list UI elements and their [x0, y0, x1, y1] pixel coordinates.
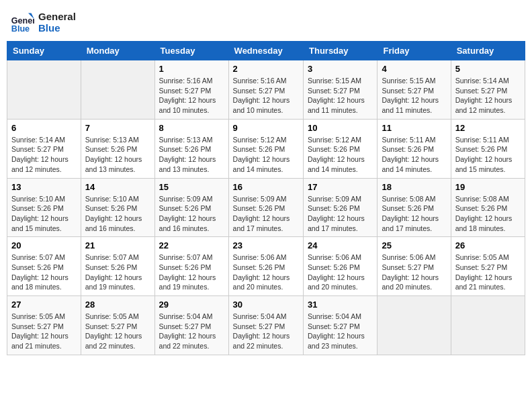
calendar-cell: 27Sunrise: 5:05 AM Sunset: 5:27 PM Dayli… — [7, 296, 81, 355]
calendar-cell: 31Sunrise: 5:04 AM Sunset: 5:27 PM Dayli… — [304, 296, 378, 355]
day-info: Sunrise: 5:05 AM Sunset: 5:27 PM Dayligh… — [11, 312, 77, 351]
calendar-body: 1Sunrise: 5:16 AM Sunset: 5:27 PM Daylig… — [7, 60, 525, 355]
day-info: Sunrise: 5:06 AM Sunset: 5:26 PM Dayligh… — [308, 253, 373, 292]
calendar-cell: 14Sunrise: 5:10 AM Sunset: 5:26 PM Dayli… — [81, 178, 154, 237]
calendar-cell: 24Sunrise: 5:06 AM Sunset: 5:26 PM Dayli… — [304, 237, 378, 296]
day-number: 13 — [11, 182, 77, 192]
calendar-cell: 19Sunrise: 5:08 AM Sunset: 5:26 PM Dayli… — [451, 178, 525, 237]
logo-line2: Blue — [38, 22, 76, 34]
day-number: 29 — [159, 300, 224, 310]
calendar-cell: 3Sunrise: 5:15 AM Sunset: 5:27 PM Daylig… — [304, 60, 378, 120]
day-number: 7 — [85, 123, 150, 133]
day-info: Sunrise: 5:11 AM Sunset: 5:26 PM Dayligh… — [382, 135, 446, 175]
day-info: Sunrise: 5:07 AM Sunset: 5:26 PM Dayligh… — [11, 253, 77, 292]
calendar-cell: 6Sunrise: 5:14 AM Sunset: 5:27 PM Daylig… — [7, 119, 81, 178]
day-number: 14 — [85, 182, 150, 192]
calendar-cell: 25Sunrise: 5:06 AM Sunset: 5:27 PM Dayli… — [378, 237, 451, 296]
day-number: 1 — [159, 64, 224, 74]
calendar-week-row: 13Sunrise: 5:10 AM Sunset: 5:26 PM Dayli… — [7, 178, 525, 237]
day-info: Sunrise: 5:09 AM Sunset: 5:26 PM Dayligh… — [233, 194, 299, 234]
day-number: 17 — [308, 182, 373, 192]
weekday-header-cell: Monday — [81, 42, 154, 60]
calendar-cell: 5Sunrise: 5:14 AM Sunset: 5:27 PM Daylig… — [451, 60, 525, 120]
calendar-cell: 10Sunrise: 5:12 AM Sunset: 5:26 PM Dayli… — [304, 119, 378, 178]
calendar-cell: 2Sunrise: 5:16 AM Sunset: 5:27 PM Daylig… — [228, 60, 303, 120]
day-info: Sunrise: 5:15 AM Sunset: 5:27 PM Dayligh… — [308, 76, 373, 116]
day-number: 4 — [382, 64, 446, 74]
day-info: Sunrise: 5:09 AM Sunset: 5:26 PM Dayligh… — [308, 194, 373, 234]
day-number: 10 — [308, 123, 373, 133]
day-number: 30 — [233, 300, 299, 310]
logo-line1: General — [38, 11, 76, 22]
calendar-cell: 23Sunrise: 5:06 AM Sunset: 5:26 PM Dayli… — [228, 237, 303, 296]
weekday-header-cell: Tuesday — [154, 42, 228, 60]
calendar-cell: 16Sunrise: 5:09 AM Sunset: 5:26 PM Dayli… — [228, 178, 303, 237]
calendar-cell — [7, 60, 81, 120]
calendar-table: SundayMondayTuesdayWednesdayThursdayFrid… — [7, 41, 525, 355]
calendar-cell: 11Sunrise: 5:11 AM Sunset: 5:26 PM Dayli… — [378, 119, 451, 178]
calendar-cell — [81, 60, 154, 120]
day-number: 27 — [11, 300, 77, 310]
day-info: Sunrise: 5:04 AM Sunset: 5:27 PM Dayligh… — [233, 312, 299, 351]
day-info: Sunrise: 5:07 AM Sunset: 5:26 PM Dayligh… — [85, 253, 150, 292]
weekday-header-cell: Sunday — [7, 42, 81, 60]
day-number: 15 — [159, 182, 224, 192]
day-number: 20 — [11, 240, 77, 250]
calendar-cell: 4Sunrise: 5:15 AM Sunset: 5:27 PM Daylig… — [378, 60, 451, 120]
calendar-cell: 12Sunrise: 5:11 AM Sunset: 5:26 PM Dayli… — [451, 119, 525, 178]
day-number: 31 — [308, 300, 373, 310]
day-number: 11 — [382, 123, 446, 133]
day-info: Sunrise: 5:13 AM Sunset: 5:26 PM Dayligh… — [85, 135, 150, 175]
day-number: 28 — [85, 300, 150, 310]
day-info: Sunrise: 5:14 AM Sunset: 5:27 PM Dayligh… — [11, 135, 77, 175]
svg-text:Blue: Blue — [11, 24, 30, 34]
day-info: Sunrise: 5:06 AM Sunset: 5:27 PM Dayligh… — [382, 253, 446, 292]
calendar-cell: 7Sunrise: 5:13 AM Sunset: 5:26 PM Daylig… — [81, 119, 154, 178]
weekday-header-row: SundayMondayTuesdayWednesdayThursdayFrid… — [7, 42, 525, 60]
day-number: 19 — [455, 182, 521, 192]
day-info: Sunrise: 5:10 AM Sunset: 5:26 PM Dayligh… — [85, 194, 150, 234]
day-number: 18 — [382, 182, 446, 192]
day-number: 3 — [308, 64, 373, 74]
day-info: Sunrise: 5:12 AM Sunset: 5:26 PM Dayligh… — [233, 135, 299, 175]
day-info: Sunrise: 5:11 AM Sunset: 5:26 PM Dayligh… — [455, 135, 521, 175]
day-number: 6 — [11, 123, 77, 133]
day-number: 26 — [455, 240, 521, 250]
day-number: 12 — [455, 123, 521, 133]
day-info: Sunrise: 5:10 AM Sunset: 5:26 PM Dayligh… — [11, 194, 77, 234]
calendar-cell: 8Sunrise: 5:13 AM Sunset: 5:26 PM Daylig… — [154, 119, 228, 178]
day-info: Sunrise: 5:14 AM Sunset: 5:27 PM Dayligh… — [455, 76, 521, 116]
day-number: 5 — [455, 64, 521, 74]
day-info: Sunrise: 5:07 AM Sunset: 5:26 PM Dayligh… — [159, 253, 224, 292]
calendar-week-row: 6Sunrise: 5:14 AM Sunset: 5:27 PM Daylig… — [7, 119, 525, 178]
calendar-cell: 30Sunrise: 5:04 AM Sunset: 5:27 PM Dayli… — [228, 296, 303, 355]
day-number: 16 — [233, 182, 299, 192]
calendar-cell — [451, 296, 525, 355]
calendar-cell: 15Sunrise: 5:09 AM Sunset: 5:26 PM Dayli… — [154, 178, 228, 237]
day-info: Sunrise: 5:06 AM Sunset: 5:26 PM Dayligh… — [233, 253, 299, 292]
day-info: Sunrise: 5:16 AM Sunset: 5:27 PM Dayligh… — [233, 76, 299, 116]
calendar-week-row: 27Sunrise: 5:05 AM Sunset: 5:27 PM Dayli… — [7, 296, 525, 355]
day-number: 22 — [159, 240, 224, 250]
day-info: Sunrise: 5:15 AM Sunset: 5:27 PM Dayligh… — [382, 76, 446, 116]
day-number: 9 — [233, 123, 299, 133]
calendar-week-row: 20Sunrise: 5:07 AM Sunset: 5:26 PM Dayli… — [7, 237, 525, 296]
day-info: Sunrise: 5:08 AM Sunset: 5:26 PM Dayligh… — [455, 194, 521, 234]
weekday-header-cell: Friday — [378, 42, 451, 60]
day-info: Sunrise: 5:12 AM Sunset: 5:26 PM Dayligh… — [308, 135, 373, 175]
calendar-cell: 21Sunrise: 5:07 AM Sunset: 5:26 PM Dayli… — [81, 237, 154, 296]
day-info: Sunrise: 5:13 AM Sunset: 5:26 PM Dayligh… — [159, 135, 224, 175]
day-info: Sunrise: 5:05 AM Sunset: 5:27 PM Dayligh… — [85, 312, 150, 351]
weekday-header-cell: Saturday — [451, 42, 525, 60]
calendar-cell: 1Sunrise: 5:16 AM Sunset: 5:27 PM Daylig… — [154, 60, 228, 120]
day-number: 8 — [159, 123, 224, 133]
calendar-cell: 20Sunrise: 5:07 AM Sunset: 5:26 PM Dayli… — [7, 237, 81, 296]
calendar-cell — [378, 296, 451, 355]
day-info: Sunrise: 5:09 AM Sunset: 5:26 PM Dayligh… — [159, 194, 224, 234]
page-header: General Blue General Blue — [7, 7, 525, 34]
weekday-header-cell: Thursday — [304, 42, 378, 60]
calendar-cell: 9Sunrise: 5:12 AM Sunset: 5:26 PM Daylig… — [228, 119, 303, 178]
day-info: Sunrise: 5:04 AM Sunset: 5:27 PM Dayligh… — [308, 312, 373, 351]
day-number: 25 — [382, 240, 446, 250]
calendar-cell: 28Sunrise: 5:05 AM Sunset: 5:27 PM Dayli… — [81, 296, 154, 355]
